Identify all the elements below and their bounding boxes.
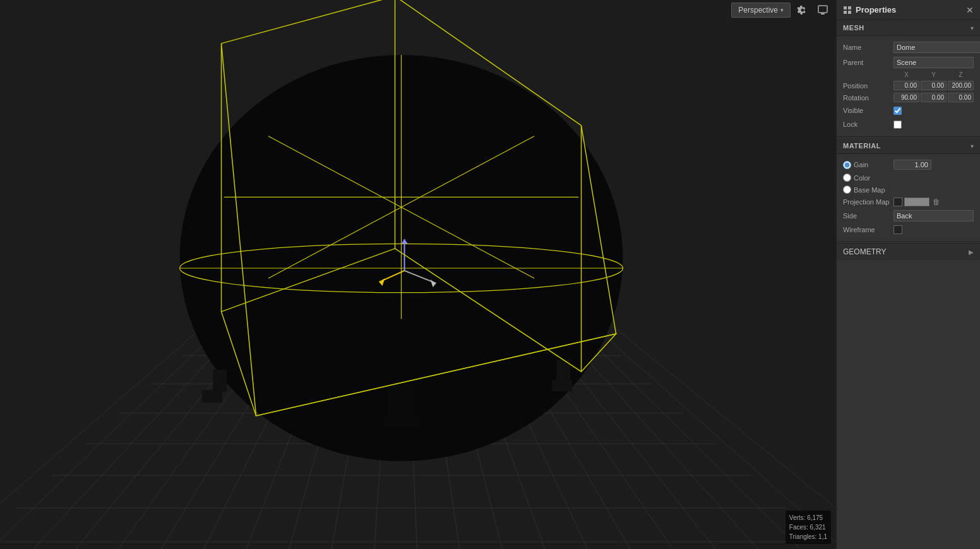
position-z-input[interactable] xyxy=(948,81,974,90)
parent-dropdown[interactable]: Scene xyxy=(893,57,974,68)
mesh-section-arrow: ▾ xyxy=(971,25,974,32)
svg-rect-4 xyxy=(844,11,847,14)
color-radio[interactable] xyxy=(843,174,851,182)
gain-row: Gain xyxy=(837,158,980,172)
wireframe-swatch[interactable] xyxy=(893,225,902,234)
divider-2 xyxy=(837,241,980,242)
gain-radio[interactable] xyxy=(843,161,851,169)
divider-1 xyxy=(837,136,980,137)
wireframe-label: Wireframe xyxy=(843,226,893,233)
rotation-z-input[interactable] xyxy=(948,93,974,102)
panel-close-button[interactable]: ✕ xyxy=(966,5,974,15)
name-input[interactable] xyxy=(893,42,980,53)
position-x-input[interactable] xyxy=(893,81,919,90)
parent-label: Parent xyxy=(843,59,893,66)
position-label: Position xyxy=(843,82,893,90)
perspective-button[interactable]: Perspective ▾ xyxy=(731,3,791,18)
rotation-y-input[interactable] xyxy=(921,93,947,102)
display-icon[interactable] xyxy=(815,2,831,18)
x-header: X xyxy=(893,71,919,78)
material-section-title: MATERIAL xyxy=(843,142,881,150)
mesh-section-content: Name Parent Scene X Y Z Position xyxy=(837,36,980,135)
position-row: Position xyxy=(837,80,980,92)
xyz-header-row: X Y Z xyxy=(837,70,980,80)
rotation-row: Rotation xyxy=(837,92,980,103)
color-radio-label: Color xyxy=(854,174,870,182)
rotation-x-input[interactable] xyxy=(893,93,919,102)
projection-map-delete[interactable]: 🗑 xyxy=(931,198,941,206)
svg-rect-3 xyxy=(848,6,851,9)
status-verts: Verts: 6,175 xyxy=(789,513,827,522)
svg-rect-0 xyxy=(818,6,827,13)
gain-radio-label: Gain xyxy=(854,161,868,168)
side-label: Side xyxy=(843,212,893,220)
basemap-radio[interactable] xyxy=(843,186,851,194)
rotation-label: Rotation xyxy=(843,94,893,102)
status-tris: Triangles: 1,1 xyxy=(789,532,827,541)
z-header: Z xyxy=(948,71,974,78)
visible-checkbox[interactable] xyxy=(893,107,902,115)
lock-label: Lock xyxy=(843,121,893,128)
perspective-chevron: ▾ xyxy=(780,7,784,13)
projection-map-label: Projection Map xyxy=(843,198,893,206)
panel-header: Properties ✕ xyxy=(837,0,980,20)
geometry-section-arrow: ▶ xyxy=(969,249,974,256)
side-row: Side Back Front Both xyxy=(837,208,980,223)
properties-icon xyxy=(843,6,852,15)
perspective-label: Perspective xyxy=(738,6,778,15)
name-label: Name xyxy=(843,44,893,51)
visible-label: Visible xyxy=(843,107,893,114)
geometry-section-title: GEOMETRY xyxy=(843,247,886,256)
name-row: Name xyxy=(837,40,980,55)
projection-map-swatch[interactable] xyxy=(893,198,902,206)
gain-input[interactable] xyxy=(893,160,931,170)
parent-row: Parent Scene xyxy=(837,55,980,70)
wireframe-row: Wireframe xyxy=(837,223,980,236)
svg-rect-5 xyxy=(848,11,851,14)
lock-checkbox[interactable] xyxy=(893,121,902,129)
material-section-arrow: ▾ xyxy=(971,143,974,150)
mesh-section-title: MESH xyxy=(843,24,864,32)
projection-map-row: Projection Map 🗑 xyxy=(837,196,980,208)
status-overlay: Verts: 6,175 Faces: 6,321 Triangles: 1,1 xyxy=(786,511,831,544)
settings-icon[interactable] xyxy=(794,2,811,18)
properties-panel: Properties ✕ MESH ▾ Name Parent Scene X … xyxy=(836,0,980,549)
side-dropdown[interactable]: Back Front Both xyxy=(893,210,974,221)
basemap-radio-label: Base Map xyxy=(854,186,885,194)
material-section-content: Gain Color Base Map Projection Map 🗑 Sid… xyxy=(837,154,980,240)
viewport: Perspective ▾ Verts: 6,175 Faces: 6,321 … xyxy=(0,0,836,549)
projection-map-picker[interactable] xyxy=(904,198,929,206)
material-section-header[interactable]: MATERIAL ▾ xyxy=(837,138,980,154)
lock-row: Lock xyxy=(837,117,980,131)
visible-row: Visible xyxy=(837,103,980,117)
3d-viewport-canvas[interactable] xyxy=(0,0,836,549)
status-faces: Faces: 6,321 xyxy=(789,522,827,532)
basemap-radio-row: Base Map xyxy=(837,184,980,196)
y-header: Y xyxy=(921,71,947,78)
mesh-section-header[interactable]: MESH ▾ xyxy=(837,20,980,36)
svg-rect-2 xyxy=(844,6,847,9)
geometry-section-header[interactable]: GEOMETRY ▶ xyxy=(837,243,980,260)
panel-title: Properties xyxy=(843,5,896,15)
viewport-topbar: Perspective ▾ xyxy=(0,0,836,20)
position-y-input[interactable] xyxy=(921,81,947,90)
color-radio-row: Color xyxy=(837,172,980,184)
svg-rect-1 xyxy=(821,13,825,15)
